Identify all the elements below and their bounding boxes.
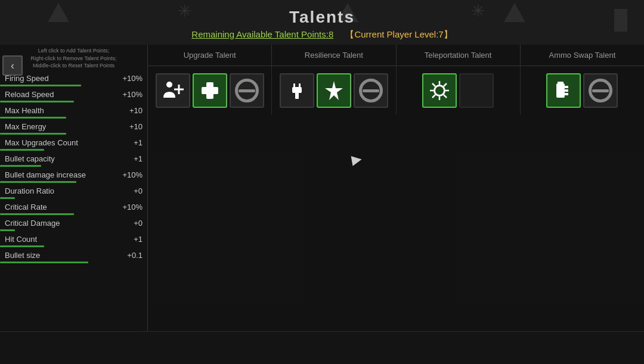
talent-icon-teleportation-spikeball[interactable]: [422, 73, 457, 108]
stat-row-9[interactable]: Critical Damage+0: [0, 217, 147, 228]
player-level: 【Current Player Level:7】: [345, 29, 452, 41]
stat-item-7: Duration Ratio+0: [0, 185, 147, 199]
talent-icon-resilience-burst[interactable]: [317, 73, 351, 108]
stat-item-10: Hit Count+1: [0, 233, 147, 247]
tab-resilience[interactable]: Resilience Talent: [272, 45, 396, 66]
svg-rect-4: [202, 87, 218, 94]
tab-teleportation[interactable]: Teleportation Talent: [397, 45, 521, 66]
stat-value-0: +10%: [116, 74, 143, 83]
stat-row-5[interactable]: Bullet capacity+1: [0, 153, 147, 164]
stat-bar-0: [0, 85, 81, 86]
stat-bar-2: [0, 117, 66, 119]
stat-row-2[interactable]: Max Health+10: [0, 104, 147, 116]
stat-bar-container-8: [0, 213, 147, 215]
stat-bar-container-11: [0, 262, 147, 263]
stat-bar-3: [0, 133, 66, 135]
stat-item-2: Max Health+10: [0, 104, 147, 119]
stat-bar-container-5: [0, 165, 147, 167]
remaining-points: Remaining Available Talent Points:8: [191, 29, 333, 41]
stat-value-4: +1: [116, 138, 143, 147]
svg-rect-24: [558, 82, 564, 85]
no-entry-icon-3: [589, 79, 612, 102]
stat-row-6[interactable]: Bullet damage increase+10%: [0, 169, 147, 180]
stat-row-3[interactable]: Max Energy+10: [0, 120, 147, 132]
stat-name-2: Max Health: [5, 106, 116, 115]
svg-line-16: [432, 83, 435, 86]
stat-name-3: Max Energy: [5, 122, 116, 131]
stat-value-3: +10: [116, 122, 143, 131]
stat-list: Firing Speed+10%Reload Speed+10%Max Heal…: [0, 72, 147, 265]
stat-name-1: Reload Speed: [5, 90, 116, 99]
no-entry-icon-2: [359, 79, 383, 102]
stat-row-7[interactable]: Duration Ratio+0: [0, 185, 147, 196]
stat-bar-container-10: [0, 245, 147, 247]
stat-bar-4: [0, 149, 44, 151]
stat-name-9: Critical Damage: [5, 219, 116, 228]
stat-row-4[interactable]: Max Upgrades Count+1: [0, 136, 147, 148]
talent-area: Upgrade Talent Resilience Talent Telepor…: [148, 45, 644, 331]
talent-icons-row: [148, 66, 644, 115]
svg-rect-8: [299, 83, 301, 88]
talent-icon-ammo-no-entry[interactable]: [583, 73, 618, 108]
svg-line-19: [432, 95, 435, 98]
talent-icon-resilience-plug[interactable]: [280, 73, 314, 108]
stat-name-10: Hit Count: [5, 235, 116, 244]
separator: [338, 29, 340, 41]
stat-bar-9: [0, 229, 15, 231]
talent-icon-upgrade-health[interactable]: [193, 73, 227, 108]
stat-item-8: Critical Rate+10%: [0, 201, 147, 215]
stat-bar-container-9: [0, 229, 147, 231]
stat-item-4: Max Upgrades Count+1: [0, 136, 147, 151]
svg-rect-20: [556, 83, 565, 98]
tab-upgrade[interactable]: Upgrade Talent: [148, 45, 272, 66]
stat-value-7: +0: [116, 186, 143, 195]
stat-item-6: Bullet damage increase+10%: [0, 169, 147, 183]
talent-icon-upgrade-no-entry[interactable]: [230, 73, 264, 108]
stat-row-8[interactable]: Critical Rate+10%: [0, 201, 147, 212]
stat-bar-container-2: [0, 117, 147, 119]
stat-bar-5: [0, 165, 41, 167]
stat-item-9: Critical Damage+0: [0, 217, 147, 231]
stat-row-1[interactable]: Reload Speed+10%: [0, 88, 147, 99]
stat-value-6: +10%: [116, 170, 143, 179]
svg-rect-21: [565, 86, 568, 88]
talent-section-teleportation: [397, 66, 521, 115]
stat-bar-8: [0, 213, 74, 215]
stat-item-11: Bullet size+0.1: [0, 249, 147, 263]
svg-line-17: [444, 95, 447, 98]
stat-value-9: +0: [116, 219, 143, 228]
svg-rect-23: [565, 93, 568, 95]
stat-bar-7: [0, 197, 15, 199]
talent-icon-upgrade-add[interactable]: [156, 73, 190, 108]
stat-item-1: Reload Speed+10%: [0, 88, 147, 102]
svg-line-18: [444, 83, 447, 86]
stat-value-10: +1: [116, 235, 143, 244]
stat-bar-container-4: [0, 149, 147, 151]
talent-icon-teleportation-empty[interactable]: [459, 73, 494, 108]
stat-row-11[interactable]: Bullet size+0.1: [0, 249, 147, 260]
stat-value-11: +0.1: [116, 251, 143, 260]
stat-row-10[interactable]: Hit Count+1: [0, 233, 147, 244]
svg-rect-22: [565, 89, 568, 92]
stat-item-3: Max Energy+10: [0, 120, 147, 135]
svg-rect-7: [293, 83, 295, 88]
stat-bar-container-0: [0, 85, 147, 86]
stat-value-2: +10: [116, 106, 143, 115]
stat-item-5: Bullet capacity+1: [0, 153, 147, 167]
talent-tabs: Upgrade Talent Resilience Talent Telepor…: [148, 45, 644, 66]
bottom-bar: [0, 331, 644, 364]
stat-bar-container-6: [0, 181, 147, 183]
tab-ammo-swap[interactable]: Ammo Swap Talent: [521, 45, 644, 66]
stat-bar-11: [0, 262, 88, 263]
stat-name-4: Max Upgrades Count: [5, 138, 116, 147]
stat-bar-1: [0, 101, 74, 102]
back-button[interactable]: ‹: [2, 55, 23, 76]
talent-icon-resilience-no-entry[interactable]: [354, 73, 388, 108]
talent-icon-ammo-magazine[interactable]: [546, 73, 581, 108]
svg-point-11: [435, 86, 444, 95]
stat-value-5: +1: [116, 154, 143, 163]
stat-name-6: Bullet damage increase: [5, 170, 116, 179]
talent-section-resilience: [272, 66, 396, 115]
stat-bar-container-1: [0, 101, 147, 102]
svg-marker-9: [325, 81, 343, 100]
